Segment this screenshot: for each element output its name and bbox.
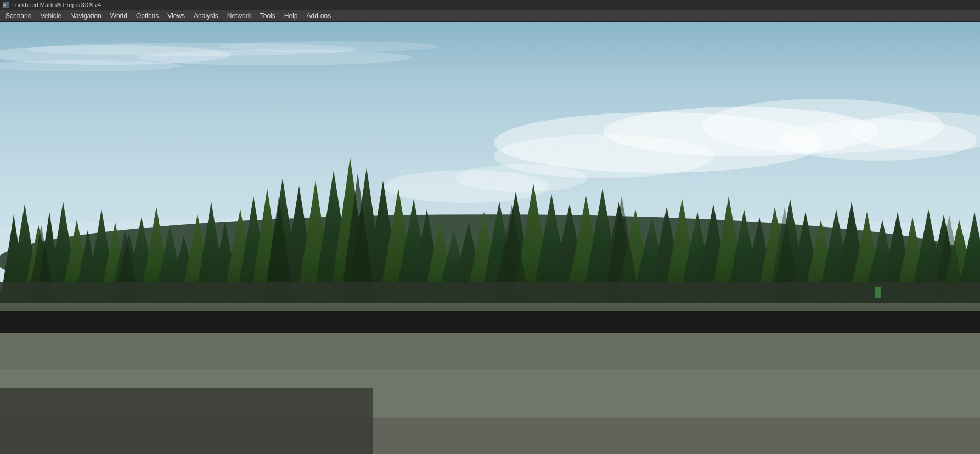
menu-item-tools[interactable]: Tools xyxy=(256,10,280,21)
menu-item-views[interactable]: Views xyxy=(163,10,189,21)
svg-rect-94 xyxy=(0,388,373,454)
menu-item-analysis[interactable]: Analysis xyxy=(189,10,223,21)
right-marker xyxy=(875,287,881,298)
titlebar: P Lockheed Martin® Prepar3D® v4 xyxy=(0,0,980,10)
menu-item-navigation[interactable]: Navigation xyxy=(66,10,106,21)
menu-item-help[interactable]: Help xyxy=(280,10,302,21)
svg-point-6 xyxy=(137,50,412,65)
titlebar-text: Lockheed Martin® Prepar3D® v4 xyxy=(12,2,101,8)
svg-rect-90 xyxy=(0,282,980,303)
menu-item-addons[interactable]: Add-ons xyxy=(302,10,335,21)
menu-item-network[interactable]: Network xyxy=(223,10,256,21)
viewport xyxy=(0,22,980,454)
svg-text:P: P xyxy=(3,3,6,8)
app-icon: P xyxy=(2,1,10,9)
runway-markings xyxy=(0,359,980,454)
menu-item-world[interactable]: World xyxy=(106,10,132,21)
menu-item-options[interactable]: Options xyxy=(132,10,163,21)
menu-item-vehicle[interactable]: Vehicle xyxy=(36,10,66,21)
menubar: ScenarioVehicleNavigationWorldOptionsVie… xyxy=(0,10,980,22)
menu-item-scenario[interactable]: Scenario xyxy=(1,10,36,21)
treeline xyxy=(0,121,980,303)
